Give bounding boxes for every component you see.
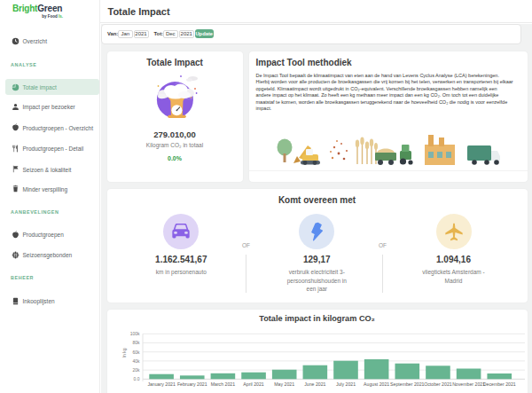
svg-text:60k: 60k	[132, 350, 140, 355]
svg-text:January 2021: January 2021	[147, 381, 176, 387]
svg-text:November 2021: November 2021	[452, 381, 485, 387]
svg-text:March 2021: March 2021	[210, 381, 235, 387]
svg-text:August 2021: August 2021	[364, 381, 389, 387]
svg-text:20k: 20k	[132, 367, 140, 373]
svg-text:June 2021: June 2021	[304, 381, 325, 387]
svg-text:December 2021: December 2021	[482, 381, 515, 387]
svg-text:80k: 80k	[132, 340, 140, 345]
svg-text:May 2021: May 2021	[274, 381, 294, 387]
svg-text:September 2021: September 2021	[390, 381, 424, 387]
svg-text:100k: 100k	[129, 331, 139, 336]
svg-text:0.0: 0.0	[133, 376, 139, 381]
svg-text:40k: 40k	[132, 358, 140, 364]
svg-text:In kg: In kg	[121, 348, 126, 358]
svg-text:July 2021: July 2021	[335, 381, 355, 387]
svg-text:April 2021: April 2021	[243, 381, 263, 387]
svg-text:February 2021: February 2021	[176, 381, 207, 387]
svg-text:October 2021: October 2021	[424, 381, 452, 387]
